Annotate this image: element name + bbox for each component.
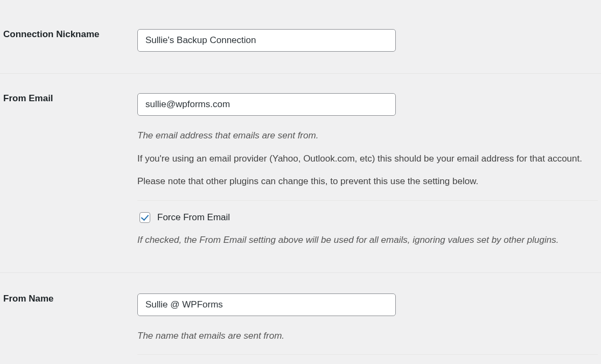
force-from-email-row: Force From Email: [137, 211, 598, 225]
row-connection-nickname: Connection Nickname: [0, 0, 601, 74]
force-from-email-checkbox[interactable]: [139, 212, 150, 223]
from-email-desc-2: If you're using an email provider (Yahoo…: [137, 152, 598, 166]
separator: [137, 200, 598, 201]
from-email-desc-3: Please note that other plugins can chang…: [137, 174, 598, 188]
from-name-input[interactable]: [137, 293, 396, 316]
separator: [137, 354, 598, 355]
from-email-input[interactable]: [137, 93, 396, 116]
from-email-desc-1: The email address that emails are sent f…: [137, 129, 598, 143]
settings-table: Connection Nickname From Email The email…: [0, 0, 601, 364]
from-name-desc: The name that emails are sent from.: [137, 329, 598, 343]
from-email-label: From Email: [3, 93, 53, 103]
row-from-name: From Name The name that emails are sent …: [0, 272, 601, 364]
force-from-email-label[interactable]: Force From Email: [157, 212, 230, 223]
row-from-email: From Email The email address that emails…: [0, 74, 601, 273]
from-name-label: From Name: [3, 293, 54, 304]
force-from-email-desc: If checked, the From Email setting above…: [137, 233, 598, 247]
connection-nickname-label: Connection Nickname: [3, 29, 100, 39]
connection-nickname-input[interactable]: [137, 29, 396, 52]
